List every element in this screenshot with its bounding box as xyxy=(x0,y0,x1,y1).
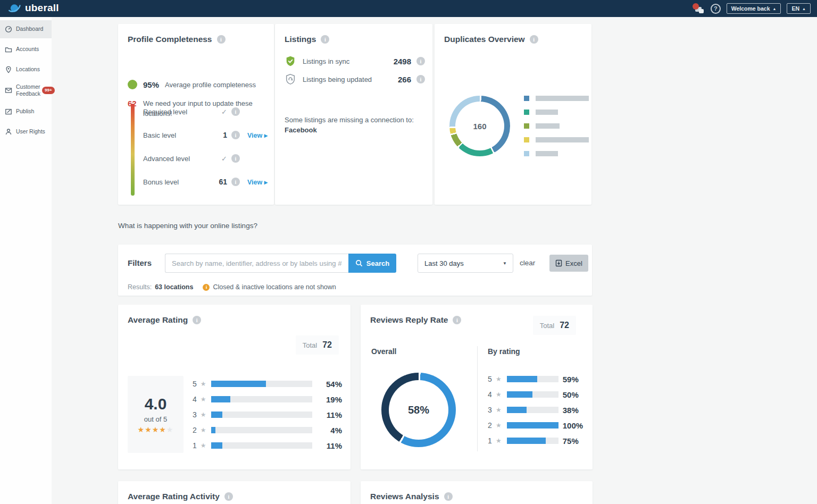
info-icon[interactable]: i xyxy=(321,35,329,44)
info-icon[interactable]: i xyxy=(416,57,425,65)
total-label: Total xyxy=(540,322,554,330)
sidebar-item-accounts[interactable]: Accounts xyxy=(0,42,52,57)
info-icon[interactable]: i xyxy=(193,316,201,324)
language-menu-button[interactable]: EN ▲ xyxy=(787,3,811,14)
rating-bar-row-5: 5 ★ 54% xyxy=(193,380,342,388)
rating-row-number: 2 xyxy=(193,426,198,434)
rating-row-number: 1 xyxy=(193,441,198,450)
sidebar-item-locations[interactable]: Locations xyxy=(0,62,52,77)
checkmark-icon: ✓ xyxy=(213,108,227,116)
download-file-icon xyxy=(555,259,562,267)
filters-label: Filters xyxy=(128,258,152,267)
star-icon: ★ xyxy=(496,406,502,414)
view-link[interactable]: View ▸ xyxy=(240,178,268,186)
notice-info-icon[interactable]: i xyxy=(203,284,210,291)
average-rating-activity-title: Average Rating Activity xyxy=(128,492,220,501)
rating-row-percent: 11% xyxy=(312,410,342,419)
duplicates-total-value: 160 xyxy=(473,122,486,131)
sidebar-item-dashboard[interactable]: Dashboard xyxy=(0,20,52,38)
star-icon: ★ xyxy=(201,442,206,449)
dashboard-page: uberall ? Welcome back ▲ EN ▲ Dashboard xyxy=(0,0,817,504)
reviews-analysis-title: Reviews Analysis xyxy=(370,492,439,501)
view-link[interactable]: View ▸ xyxy=(240,131,268,139)
reply-row-percent: 59% xyxy=(563,375,579,384)
legend-label-placeholder xyxy=(536,151,558,156)
info-icon[interactable]: i xyxy=(453,316,461,324)
reply-bar-fill xyxy=(507,376,537,382)
by-rating-label: By rating xyxy=(488,347,520,356)
info-icon[interactable]: i xyxy=(444,492,453,501)
search-input[interactable] xyxy=(165,254,348,273)
total-label: Total xyxy=(303,341,317,349)
listings-in-sync-row: Listings in sync 2498 i xyxy=(285,55,425,68)
planet-logo-icon xyxy=(7,2,21,14)
info-icon[interactable]: i xyxy=(530,35,538,44)
star-icon: ★ xyxy=(496,375,502,383)
reply-bar-row-4: 4 ★ 50% xyxy=(488,391,579,398)
card-title: Average Rating Activity i xyxy=(128,492,233,501)
search-button[interactable]: Search xyxy=(348,254,396,273)
rating-row-number: 3 xyxy=(488,406,494,414)
reply-bar-row-5: 5 ★ 59% xyxy=(488,375,579,383)
level-row-required: Required level ✓ i xyxy=(143,106,268,117)
legend-swatch xyxy=(524,137,529,142)
reviews-reply-rate-title: Reviews Reply Rate xyxy=(370,315,448,325)
reply-bar-track xyxy=(507,376,558,382)
account-menu-button[interactable]: Welcome back ▲ xyxy=(727,3,781,14)
info-icon[interactable]: i xyxy=(416,75,425,83)
notifications-icon[interactable] xyxy=(692,2,705,15)
legend-item xyxy=(524,96,589,101)
legend-swatch xyxy=(524,151,529,156)
reply-bar-fill xyxy=(507,407,527,413)
clear-filters-link[interactable]: clear xyxy=(520,259,535,267)
reply-row-percent: 38% xyxy=(563,406,579,415)
sidebar-item-customer-feedback[interactable]: Customer Feedback 99+ xyxy=(0,80,52,101)
sidebar-item-publish[interactable]: Publish xyxy=(0,104,52,119)
star-icon: ★ xyxy=(496,391,502,398)
rating-bar-row-1: 1 ★ 11% xyxy=(193,442,342,449)
rating-bar-row-2: 2 ★ 4% xyxy=(193,426,342,434)
reply-row-percent: 75% xyxy=(563,436,579,446)
help-icon[interactable]: ? xyxy=(711,4,721,14)
duplicates-donut-chart: 160 xyxy=(449,96,510,156)
sidebar-item-user-rights[interactable]: User Rights xyxy=(0,124,52,139)
listings-title: Listings xyxy=(285,35,316,44)
level-label: Required level xyxy=(143,108,213,116)
listings-card: Listings i Listings in sync 2498 i Listi… xyxy=(275,24,432,205)
folder-icon xyxy=(5,46,12,53)
overall-label: Overall xyxy=(371,347,396,356)
legend-label-placeholder xyxy=(536,96,589,101)
info-icon[interactable]: i xyxy=(224,492,233,501)
legend-label-placeholder xyxy=(536,123,560,129)
rating-row-number: 3 xyxy=(193,410,198,419)
rating-bar-track xyxy=(211,411,312,418)
total-value: 72 xyxy=(560,321,569,330)
info-icon[interactable]: i xyxy=(231,131,240,139)
edit-square-icon xyxy=(5,108,12,115)
info-icon[interactable]: i xyxy=(231,107,240,116)
average-score-value: 4.0 xyxy=(145,395,167,413)
listings-row-value: 2498 xyxy=(394,57,411,66)
listings-row-label: Listings in sync xyxy=(303,57,394,65)
listings-being-updated-row: Listings being updated 266 i xyxy=(285,73,425,86)
person-icon xyxy=(5,128,12,136)
rating-bar-fill xyxy=(211,381,265,387)
date-range-select[interactable]: Last 30 days ▼ xyxy=(418,254,513,273)
sidebar-item-label: User Rights xyxy=(16,128,45,135)
uberall-logo[interactable]: uberall xyxy=(7,2,59,14)
legend-swatch xyxy=(524,123,529,129)
rating-row-number: 5 xyxy=(488,375,494,383)
rating-bar-row-3: 3 ★ 11% xyxy=(193,411,342,418)
legend-item xyxy=(524,137,589,142)
reviews-analysis-card: Reviews Analysis i xyxy=(361,481,593,504)
total-reviews-badge: Total 72 xyxy=(533,316,576,335)
info-icon[interactable]: i xyxy=(231,154,240,163)
total-reviews-badge: Total 72 xyxy=(296,335,339,355)
rating-bar-track xyxy=(211,381,312,387)
avg-completeness-value: 95% xyxy=(143,80,159,89)
star-rating-icons: ★★★★★ xyxy=(138,425,174,434)
info-icon[interactable]: i xyxy=(217,35,226,44)
info-icon[interactable]: i xyxy=(231,178,240,186)
excel-export-button[interactable]: Excel xyxy=(549,255,588,272)
notification-red-dot xyxy=(693,3,699,10)
